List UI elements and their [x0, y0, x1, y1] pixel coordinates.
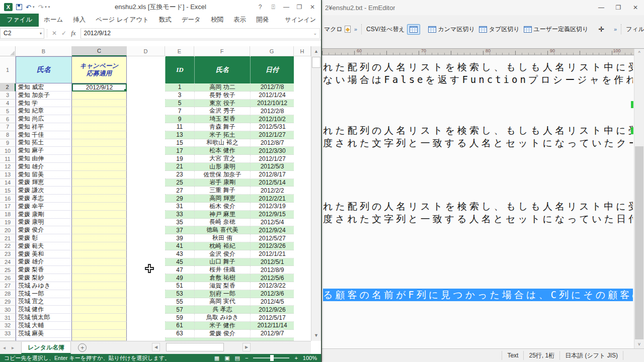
- row-header-20[interactable]: 20: [0, 226, 16, 234]
- redo-dropdown-icon[interactable]: ▾: [45, 5, 47, 9]
- cell-D18[interactable]: [127, 211, 165, 219]
- row-header-5[interactable]: 5: [0, 107, 16, 115]
- cell-C8[interactable]: [72, 131, 127, 139]
- cell-F5[interactable]: 金沢 秀子: [194, 107, 250, 115]
- cell-B14[interactable]: 愛媛 輝恵: [16, 179, 72, 187]
- row-header-30[interactable]: 30: [0, 306, 16, 314]
- cell-B17[interactable]: 愛媛 幸平: [16, 203, 72, 211]
- zoom-percentage[interactable]: 100%: [303, 355, 317, 361]
- cell-B27[interactable]: 茨城 みゆき: [16, 282, 72, 290]
- cell-F16[interactable]: 高岡 輝恵: [194, 195, 250, 203]
- cell-G26[interactable]: 2012/5/6: [250, 274, 294, 282]
- cell-E22[interactable]: 41: [165, 242, 194, 250]
- cell-B30[interactable]: 茨城 健作: [16, 306, 72, 314]
- row-header-14[interactable]: 14: [0, 179, 16, 187]
- excel-close-button[interactable]: ✕: [306, 1, 319, 13]
- help-button[interactable]: ?: [254, 1, 267, 13]
- cell-F15[interactable]: 三重 舞子: [194, 187, 250, 195]
- cell-B1[interactable]: 氏名: [16, 56, 72, 83]
- cell-B28[interactable]: 茨城 一郎: [16, 290, 72, 298]
- cell-E16[interactable]: 29: [165, 195, 194, 203]
- cell-C16[interactable]: [72, 195, 127, 203]
- cell-G22[interactable]: 2012/3/26: [250, 242, 294, 250]
- cell-H20[interactable]: [294, 226, 311, 234]
- emeditor-titlebar[interactable]: 2¥enshu2.txt - EmEditor — ❐ ✕: [322, 0, 644, 15]
- cell-F13[interactable]: 佐世保 加奈子: [194, 171, 250, 179]
- cell-E28[interactable]: 53: [165, 290, 194, 298]
- cell-F33[interactable]: 愛媛 俊介: [194, 330, 250, 338]
- cell-B4[interactable]: 愛知 学: [16, 100, 72, 108]
- row-header-32[interactable]: 32: [0, 322, 16, 330]
- cell-G21[interactable]: 2012/5/27: [250, 234, 294, 242]
- cell-C1[interactable]: キャンペーン応募適用: [72, 56, 127, 83]
- cell-G29[interactable]: 2012/4/5: [250, 298, 294, 306]
- cell-H32[interactable]: [294, 322, 311, 330]
- cell-B8[interactable]: 愛知 千佳: [16, 131, 72, 139]
- cell-C14[interactable]: [72, 179, 127, 187]
- cell-E19[interactable]: 35: [165, 219, 194, 227]
- cell-E8[interactable]: 13: [165, 131, 194, 139]
- cell-C29[interactable]: [72, 298, 127, 306]
- cell-H17[interactable]: [294, 203, 311, 211]
- scroll-left-button[interactable]: ◀: [152, 343, 160, 351]
- emeditor-restore-button[interactable]: ❐: [610, 1, 627, 14]
- cell-F25[interactable]: 桜井 佳織: [194, 266, 250, 274]
- cell-F6[interactable]: 埼玉 梨香: [194, 115, 250, 123]
- cell-B15[interactable]: 愛媛 謙次: [16, 187, 72, 195]
- cell-G30[interactable]: 2012/9/26: [250, 306, 294, 314]
- cell-C10[interactable]: [72, 147, 127, 155]
- cell-C4[interactable]: [72, 100, 127, 108]
- ribbon-tab-7[interactable]: 開発: [251, 14, 274, 27]
- row-header-17[interactable]: 17: [0, 203, 16, 211]
- cell-E29[interactable]: 55: [165, 298, 194, 306]
- cell-H2[interactable]: [294, 83, 311, 92]
- cell-E5[interactable]: 7: [165, 107, 194, 115]
- cell-G9[interactable]: 2012/8/7: [250, 139, 294, 147]
- cell-G18[interactable]: 2012/9/15: [250, 211, 294, 219]
- cell-F12[interactable]: 山形 康明: [194, 163, 250, 171]
- cell-E12[interactable]: 21: [165, 163, 194, 171]
- emeditor-vertical-scrollbar[interactable]: ^ v: [634, 49, 644, 348]
- row-header-7[interactable]: 7: [0, 123, 16, 131]
- emeditor-minimize-button[interactable]: —: [593, 1, 610, 14]
- cell-C12[interactable]: [72, 163, 127, 171]
- emeditor-text[interactable]: れた配列の人名リストを検索し、もしも人名リスト中に受けない場合はFalseを返す…: [323, 61, 633, 302]
- cell-F7[interactable]: 青森 舞子: [194, 123, 250, 131]
- cell-D15[interactable]: [127, 187, 165, 195]
- cell-E3[interactable]: 3: [165, 92, 194, 100]
- cell-F24[interactable]: 山口 舞子: [194, 258, 250, 266]
- cell-G12[interactable]: 2012/5/3: [250, 163, 294, 171]
- row-header-25[interactable]: 25: [0, 266, 16, 274]
- cell-C22[interactable]: [72, 242, 127, 250]
- cell-D14[interactable]: [127, 179, 165, 187]
- cell-F10[interactable]: 松本 健作: [194, 147, 250, 155]
- scrollbar-thumb[interactable]: [635, 146, 643, 339]
- scrollbar-thumb[interactable]: [312, 57, 320, 68]
- row-header-11[interactable]: 11: [0, 155, 16, 163]
- cell-E13[interactable]: 23: [165, 171, 194, 179]
- cell-B32[interactable]: 茨城 大輔: [16, 322, 72, 330]
- toolbar-overflow-button[interactable]: »: [612, 26, 618, 32]
- cell-H18[interactable]: [294, 211, 311, 219]
- ribbon-tab-4[interactable]: データ: [177, 14, 206, 27]
- cell-E11[interactable]: 19: [165, 155, 194, 163]
- sheet-nav-left-icon[interactable]: ◂: [0, 345, 9, 350]
- excel-vertical-scrollbar[interactable]: ▲ ▼: [311, 46, 321, 341]
- cell-B9[interactable]: 愛知 拓土: [16, 139, 72, 147]
- scroll-down-button[interactable]: ▼: [311, 331, 321, 339]
- row-header-23[interactable]: 23: [0, 250, 16, 258]
- row-header-24[interactable]: 24: [0, 258, 16, 266]
- column-header-G[interactable]: G: [250, 46, 294, 56]
- cell-D16[interactable]: [127, 195, 165, 203]
- cell-B25[interactable]: 愛媛 梨香: [16, 266, 72, 274]
- row-header-9[interactable]: 9: [0, 139, 16, 147]
- cell-E23[interactable]: 43: [165, 250, 194, 258]
- row-header-3[interactable]: 3: [0, 92, 16, 100]
- cell-H25[interactable]: [294, 266, 311, 274]
- cell-H4[interactable]: [294, 100, 311, 108]
- cell-D17[interactable]: [127, 203, 165, 211]
- cell-C25[interactable]: [72, 266, 127, 274]
- cell-E25[interactable]: 47: [165, 266, 194, 274]
- row-header-28[interactable]: 28: [0, 290, 16, 298]
- cell-H19[interactable]: [294, 219, 311, 227]
